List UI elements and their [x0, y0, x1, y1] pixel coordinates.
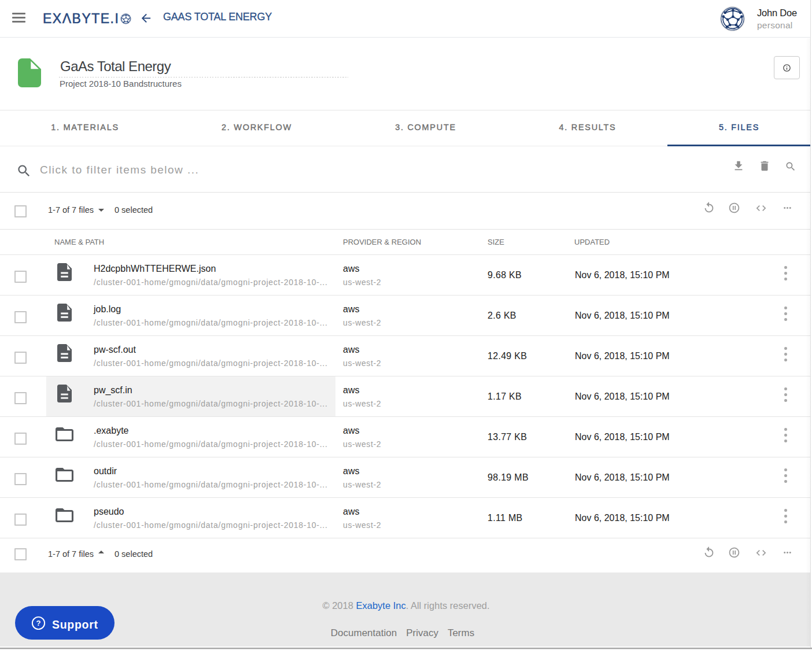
svg-text:?: ? — [36, 619, 41, 627]
